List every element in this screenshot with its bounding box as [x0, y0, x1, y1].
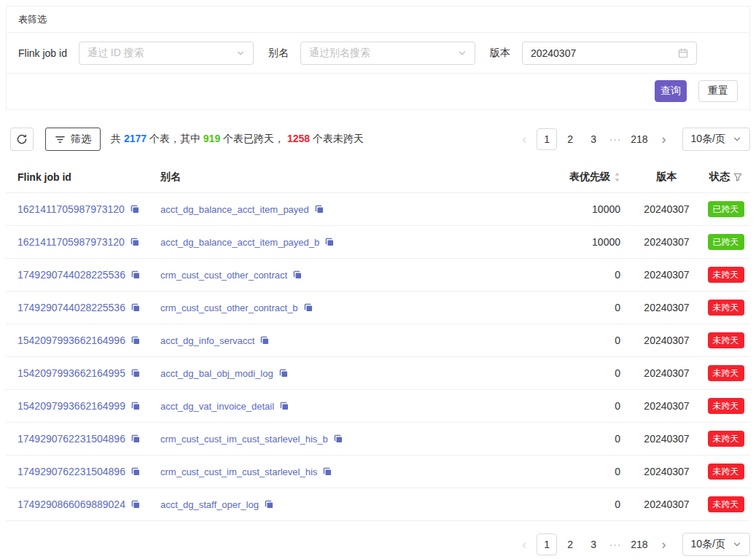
copy-icon[interactable] — [130, 270, 141, 280]
row-flink-job-id-link[interactable]: 1749290744028225536 — [17, 269, 125, 281]
copy-icon[interactable] — [260, 335, 270, 345]
row-flink-job-id-link[interactable]: 1542097993662164999 — [17, 400, 125, 412]
copy-icon[interactable] — [130, 401, 141, 411]
copy-icon[interactable] — [292, 270, 303, 280]
row-version: 20240307 — [632, 499, 701, 510]
reset-button[interactable]: 重置 — [698, 80, 738, 102]
page-size-select[interactable]: 10条/页 — [682, 533, 750, 556]
row-alias-link[interactable]: acct_dg_staff_oper_log — [160, 499, 259, 510]
row-alias-link[interactable]: acct_dg_bal_obj_modi_log — [160, 368, 273, 379]
summary-crossed-count: 919 — [203, 133, 220, 144]
copy-icon[interactable] — [130, 466, 141, 477]
row-flink-job-id-link[interactable]: 1542097993662164995 — [17, 367, 125, 379]
next-page-button[interactable]: › — [653, 128, 675, 151]
copy-icon[interactable] — [278, 368, 289, 378]
row-flink-job-id-link[interactable]: 1749290762231504896 — [17, 466, 125, 477]
filter-toggle-button[interactable]: 筛选 — [45, 128, 101, 151]
page-button-1[interactable]: 1 — [537, 533, 557, 555]
copy-icon[interactable] — [314, 204, 324, 214]
copy-icon[interactable] — [130, 302, 141, 313]
row-version: 20240307 — [632, 400, 701, 412]
copy-icon[interactable] — [130, 434, 141, 444]
flink-job-id-label: Flink job id — [18, 47, 67, 59]
copy-icon[interactable] — [303, 302, 313, 313]
copy-icon[interactable] — [322, 466, 332, 477]
row-alias-link[interactable]: acct_dg_balance_acct_item_payed_b — [160, 237, 319, 248]
chevron-down-icon — [733, 540, 741, 549]
next-page-button[interactable]: › — [653, 533, 675, 556]
page-button-1[interactable]: 1 — [537, 128, 557, 150]
row-flink-job-id-link[interactable]: 1749290744028225536 — [17, 302, 125, 313]
page-ellipsis[interactable]: ··· — [605, 539, 626, 550]
refresh-button[interactable] — [10, 128, 34, 151]
filter-funnel-icon[interactable] — [733, 173, 742, 181]
row-alias-link[interactable]: crm_cust_cust_im_cust_starlevel_his — [160, 466, 317, 477]
column-header-alias: 别名 — [149, 171, 515, 184]
filter-item-alias: 别名 通过别名搜索 — [268, 42, 475, 65]
row-priority: 0 — [515, 367, 632, 379]
copy-icon[interactable] — [333, 434, 343, 444]
page-button-last[interactable]: 218 — [627, 128, 651, 150]
chevron-down-icon — [458, 49, 467, 58]
summary-text: 共 2177 个表，其中 919 个表已跨天， 1258 个表未跨天 — [111, 133, 364, 146]
search-button[interactable]: 查询 — [655, 80, 687, 102]
page-button-last[interactable]: 218 — [627, 533, 651, 555]
filter-actions: 查询 重置 — [7, 74, 749, 109]
filter-toggle-label: 筛选 — [71, 133, 91, 146]
alias-select[interactable]: 通过别名搜索 — [300, 42, 475, 65]
copy-icon[interactable] — [324, 237, 335, 247]
row-alias-link[interactable]: acct_dg_vat_invoice_detail — [160, 401, 274, 412]
row-flink-job-id-link[interactable]: 1749290762231504896 — [17, 433, 125, 445]
summary-total-count: 2177 — [124, 133, 147, 144]
row-priority: 0 — [515, 466, 632, 477]
calendar-icon — [678, 48, 688, 58]
chevron-down-icon — [733, 135, 741, 144]
sort-icon[interactable] — [614, 172, 620, 182]
status-badge: 已跨天 — [708, 234, 744, 250]
prev-page-button[interactable]: ‹ — [513, 128, 535, 151]
status-badge: 未跨天 — [708, 496, 744, 512]
row-alias-link[interactable]: crm_cust_cust_im_cust_starlevel_his_b — [160, 434, 328, 445]
row-version: 20240307 — [632, 433, 701, 445]
version-date-input[interactable]: 20240307 — [522, 42, 697, 65]
page-ellipsis[interactable]: ··· — [605, 133, 626, 145]
page-button-2[interactable]: 2 — [560, 533, 580, 555]
row-priority: 10000 — [515, 203, 632, 215]
copy-icon[interactable] — [130, 237, 140, 247]
prev-page-button[interactable]: ‹ — [513, 533, 535, 556]
row-flink-job-id-link[interactable]: 1749290866069889024 — [17, 499, 125, 510]
funnel-lines-icon — [55, 134, 66, 145]
page-size-select[interactable]: 10条/页 — [682, 128, 750, 151]
row-alias-link[interactable]: acct_dg_info_servacct — [160, 335, 254, 346]
table-body: 1621411705987973120 acct_dg_balance_acct… — [6, 193, 750, 521]
flink-job-id-placeholder: 通过 ID 搜索 — [87, 47, 144, 60]
filter-panel: 表筛选 Flink job id 通过 ID 搜索 别名 通过别名搜索 — [6, 6, 750, 110]
page-size-value: 10条/页 — [691, 133, 725, 146]
row-alias-link[interactable]: crm_cust_cust_other_contract_b — [160, 302, 298, 313]
row-priority: 0 — [515, 400, 632, 412]
copy-icon[interactable] — [264, 499, 274, 509]
table-row: 1749290762231504896 crm_cust_cust_im_cus… — [6, 423, 750, 456]
table-row: 1542097993662164995 acct_dg_bal_obj_modi… — [6, 357, 750, 390]
copy-icon[interactable] — [130, 368, 141, 378]
toolbar: 筛选 共 2177 个表，其中 919 个表已跨天， 1258 个表未跨天 ‹ … — [6, 128, 750, 151]
page-button-3[interactable]: 3 — [583, 533, 604, 555]
flink-job-id-select[interactable]: 通过 ID 搜索 — [79, 42, 254, 65]
status-badge: 已跨天 — [708, 201, 744, 217]
status-badge: 未跨天 — [708, 431, 744, 447]
page-button-2[interactable]: 2 — [560, 128, 580, 150]
copy-icon[interactable] — [279, 401, 289, 411]
table-header: Flink job id 别名 表优先级 版本 状态 — [6, 161, 750, 193]
status-badge: 未跨天 — [708, 332, 744, 348]
page-button-3[interactable]: 3 — [583, 128, 604, 150]
row-flink-job-id-link[interactable]: 1621411705987973120 — [17, 236, 125, 248]
copy-icon[interactable] — [130, 499, 141, 509]
results-table: Flink job id 别名 表优先级 版本 状态 1621411705987… — [6, 161, 750, 521]
row-alias-link[interactable]: acct_dg_balance_acct_item_payed — [160, 204, 309, 215]
row-flink-job-id-link[interactable]: 1542097993662164996 — [17, 335, 125, 346]
row-alias-link[interactable]: crm_cust_cust_other_contract — [160, 270, 287, 281]
row-flink-job-id-link[interactable]: 1621411705987973120 — [17, 203, 125, 215]
copy-icon[interactable] — [130, 335, 141, 345]
table-row: 1621411705987973120 acct_dg_balance_acct… — [6, 226, 750, 259]
copy-icon[interactable] — [130, 204, 140, 214]
